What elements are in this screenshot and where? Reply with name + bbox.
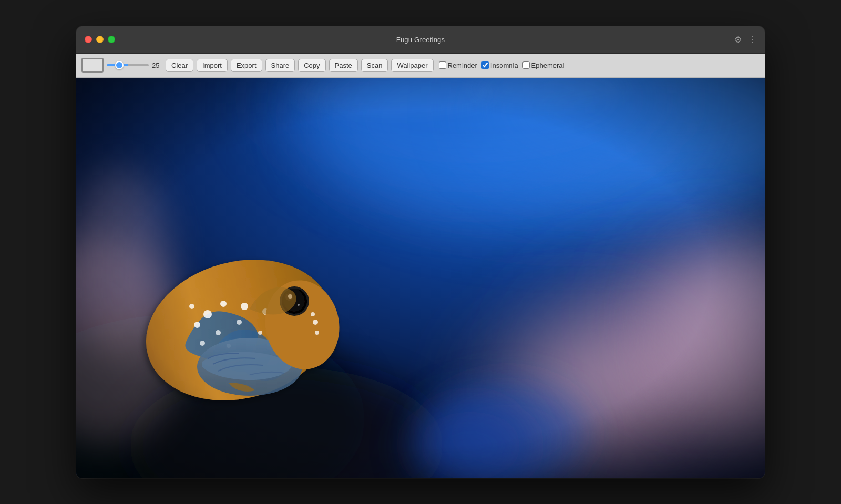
insomnia-checkbox-label[interactable]: Insomnia <box>481 61 518 69</box>
app-window: Fugu Greetings ⚙ ⋮ 25 Clear Import Expor… <box>76 26 765 478</box>
ephemeral-checkbox[interactable] <box>522 61 530 69</box>
title-bar-actions: ⚙ ⋮ <box>734 35 756 45</box>
brush-size-value: 25 <box>152 61 162 69</box>
extensions-icon[interactable]: ⚙ <box>734 35 742 45</box>
brush-size-control: 25 <box>107 61 162 69</box>
reminder-checkbox[interactable] <box>439 61 446 69</box>
toolbar: 25 Clear Import Export Share Copy Paste … <box>76 54 765 78</box>
traffic-lights <box>85 36 115 43</box>
color-swatch[interactable] <box>81 58 104 73</box>
copy-button[interactable]: Copy <box>298 59 325 72</box>
paste-button[interactable]: Paste <box>329 59 358 72</box>
menu-icon[interactable]: ⋮ <box>748 35 756 45</box>
ephemeral-checkbox-label[interactable]: Ephemeral <box>522 61 565 69</box>
canvas-area[interactable] <box>76 78 765 478</box>
import-button[interactable]: Import <box>197 59 228 72</box>
scan-button[interactable]: Scan <box>361 59 388 72</box>
minimize-button[interactable] <box>96 36 104 43</box>
checkbox-group: Reminder Insomnia Ephemeral <box>439 61 565 69</box>
svg-rect-47 <box>76 78 765 478</box>
insomnia-checkbox[interactable] <box>481 61 489 69</box>
ephemeral-label: Ephemeral <box>531 61 565 69</box>
export-button[interactable]: Export <box>231 59 262 72</box>
maximize-button[interactable] <box>108 36 115 43</box>
fish-scene-svg <box>76 78 765 478</box>
reminder-checkbox-label[interactable]: Reminder <box>439 61 477 69</box>
window-title: Fugu Greetings <box>396 36 445 44</box>
share-button[interactable]: Share <box>265 59 295 72</box>
brush-size-slider[interactable] <box>107 64 149 66</box>
reminder-label: Reminder <box>448 61 477 69</box>
clear-button[interactable]: Clear <box>166 59 193 72</box>
fish-image <box>76 78 765 478</box>
close-button[interactable] <box>85 36 92 43</box>
wallpaper-button[interactable]: Wallpaper <box>391 59 433 72</box>
insomnia-label: Insomnia <box>490 61 518 69</box>
title-bar: Fugu Greetings ⚙ ⋮ <box>76 26 765 54</box>
